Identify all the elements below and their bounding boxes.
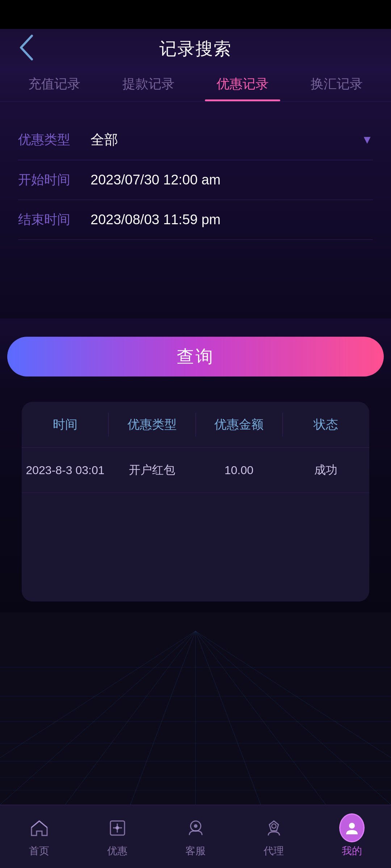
svg-point-20 <box>272 824 276 828</box>
svg-line-15 <box>196 631 391 805</box>
svg-line-8 <box>0 631 196 805</box>
nav-mine-label: 我的 <box>342 844 362 858</box>
home-icon <box>26 815 52 841</box>
nav-service[interactable]: 客服 <box>156 805 235 868</box>
query-button[interactable]: 查询 <box>7 337 384 376</box>
svg-line-9 <box>65 631 196 805</box>
background-grid <box>0 595 391 805</box>
nav-discount-label: 优惠 <box>107 844 127 858</box>
svg-line-10 <box>130 631 196 805</box>
table-row: 2023-8-3 03:01 开户红包 10.00 成功 <box>22 448 369 493</box>
col-type: 优惠类型 <box>109 413 196 437</box>
col-status: 状态 <box>283 413 369 437</box>
nav-mine[interactable]: 我的 <box>313 805 391 868</box>
mine-icon <box>339 815 365 841</box>
table-header: 时间 优惠类型 优惠金额 状态 <box>22 402 369 448</box>
end-time-filter: 结束时间 2023/08/03 11:59 pm <box>18 200 373 240</box>
empty-space <box>22 493 369 601</box>
cell-type-0: 开户红包 <box>109 462 196 478</box>
nav-service-label: 客服 <box>185 844 206 858</box>
svg-line-7 <box>0 631 196 805</box>
results-table: 时间 优惠类型 优惠金额 状态 2023-8-3 03:01 开户红包 10.0… <box>22 402 369 601</box>
discount-icon <box>105 815 130 841</box>
svg-point-19 <box>194 824 197 828</box>
svg-point-21 <box>349 823 355 829</box>
svg-line-14 <box>196 631 391 805</box>
svg-point-17 <box>115 826 119 830</box>
col-time: 时间 <box>22 413 109 437</box>
nav-agent-label: 代理 <box>264 844 284 858</box>
main-content: 优惠类型 全部 ▼ 开始时间 2023/07/30 12:00 am 结束时间 … <box>0 102 391 319</box>
svg-line-12 <box>196 631 261 805</box>
discount-type-filter: 优惠类型 全部 ▼ <box>18 120 373 160</box>
discount-type-label: 优惠类型 <box>18 131 83 149</box>
nav-discount[interactable]: 优惠 <box>78 805 156 868</box>
tab-withdrawal[interactable]: 提款记录 <box>101 69 196 101</box>
agent-icon <box>261 815 286 841</box>
cell-amount-0: 10.00 <box>196 464 282 477</box>
dropdown-arrow-icon[interactable]: ▼ <box>361 133 373 146</box>
tabs-row: 充值记录 提款记录 优惠记录 换汇记录 <box>7 69 384 101</box>
tab-recharge[interactable]: 充值记录 <box>7 69 101 101</box>
avatar <box>339 813 365 842</box>
nav-home-label: 首页 <box>29 844 49 858</box>
start-time-label: 开始时间 <box>18 171 83 189</box>
nav-home[interactable]: 首页 <box>0 805 78 868</box>
tab-discount[interactable]: 优惠记录 <box>196 69 290 101</box>
end-time-label: 结束时间 <box>18 211 83 229</box>
svg-line-13 <box>196 631 326 805</box>
query-btn-container: 查询 <box>0 319 391 391</box>
page-title: 记录搜索 <box>159 37 232 60</box>
tabs-container: 充值记录 提款记录 优惠记录 换汇记录 <box>0 69 391 102</box>
service-icon <box>183 815 208 841</box>
col-amount: 优惠金额 <box>196 413 283 437</box>
end-time-value[interactable]: 2023/08/03 11:59 pm <box>83 212 373 227</box>
status-bar <box>0 0 391 29</box>
nav-agent[interactable]: 代理 <box>235 805 313 868</box>
start-time-filter: 开始时间 2023/07/30 12:00 am <box>18 160 373 200</box>
back-button[interactable] <box>18 34 34 64</box>
header: 记录搜索 <box>0 29 391 69</box>
bottom-nav: 首页 优惠 客服 <box>0 805 391 868</box>
cell-status-0: 成功 <box>282 462 369 478</box>
tab-exchange[interactable]: 换汇记录 <box>290 69 384 101</box>
discount-type-value[interactable]: 全部 <box>83 131 361 149</box>
cell-time-0: 2023-8-3 03:01 <box>22 464 109 477</box>
start-time-value[interactable]: 2023/07/30 12:00 am <box>83 172 373 188</box>
